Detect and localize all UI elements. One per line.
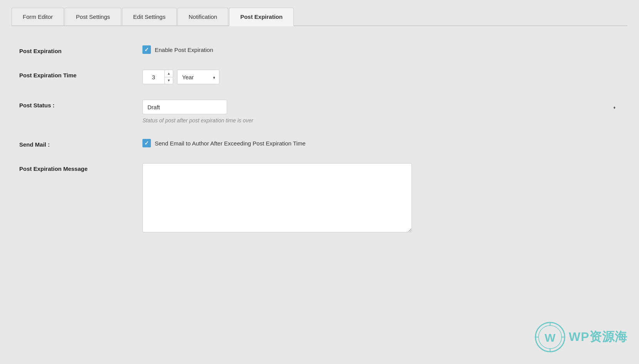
expiration-unit-select[interactable]: Day Week Month Year: [177, 70, 219, 84]
enable-post-expiration-checkbox-label: Enable Post Expiration: [155, 47, 213, 53]
tab-post-expiration[interactable]: Post Expiration: [229, 8, 294, 26]
post-status-select[interactable]: Draft Published Pending Private Trash: [142, 100, 227, 114]
svg-text:W: W: [545, 331, 556, 344]
post-expiration-time-label: Post Expiration Time: [19, 70, 142, 78]
enable-post-expiration-checkbox[interactable]: ✓: [142, 45, 151, 54]
tab-form-editor[interactable]: Form Editor: [12, 8, 64, 25]
spinbox-down-arrow[interactable]: ▼: [165, 77, 173, 84]
wp-logo-icon: W: [535, 322, 565, 352]
send-mail-checkbox-wrapper: ✓ Send Email to Author After Exceeding P…: [142, 139, 620, 147]
post-expiration-message-label: Post Expiration Message: [19, 163, 142, 172]
send-mail-checkbox[interactable]: ✓: [142, 139, 151, 147]
send-mail-label: Send Mail :: [19, 139, 142, 148]
post-status-select-wrapper: Draft Published Pending Private Trash: [142, 100, 620, 114]
form-content: Post Expiration ✓ Enable Post Expiration…: [12, 42, 627, 252]
post-expiration-time-row: Post Expiration Time 3 ▲ ▼ Day: [19, 70, 620, 84]
checkmark-icon: ✓: [144, 47, 149, 52]
page-container: Form Editor Post Settings Edit Settings …: [0, 0, 639, 364]
post-status-row: Post Status : Draft Published Pending Pr…: [19, 100, 620, 124]
time-inputs-row: 3 ▲ ▼ Day Week Month Year: [142, 70, 620, 84]
enable-post-expiration-wrapper: ✓ Enable Post Expiration: [142, 45, 620, 54]
spinbox-up-arrow[interactable]: ▲: [165, 70, 173, 77]
post-status-control: Draft Published Pending Private Trash St…: [142, 100, 620, 124]
post-expiration-label: Post Expiration: [19, 45, 142, 54]
wp-brand-text: WP资源海: [569, 329, 627, 346]
post-status-hint: Status of post after post expiration tim…: [142, 117, 620, 124]
spinbox-value: 3: [143, 74, 164, 80]
tab-edit-settings[interactable]: Edit Settings: [122, 8, 177, 25]
tab-notification[interactable]: Notification: [177, 8, 228, 25]
send-mail-checkmark-icon: ✓: [144, 140, 149, 146]
wp-text: WP资源海: [569, 329, 627, 346]
post-status-label: Post Status :: [19, 100, 142, 109]
post-expiration-message-row: Post Expiration Message: [19, 163, 620, 232]
tab-post-settings[interactable]: Post Settings: [65, 8, 121, 25]
post-expiration-message-control: [142, 163, 620, 232]
expiration-number-spinbox[interactable]: 3 ▲ ▼: [142, 70, 173, 84]
send-mail-checkbox-label: Send Email to Author After Exceeding Pos…: [155, 140, 306, 147]
send-mail-control: ✓ Send Email to Author After Exceeding P…: [142, 139, 620, 147]
expiration-unit-select-wrapper: Day Week Month Year: [177, 70, 219, 84]
post-expiration-control: ✓ Enable Post Expiration: [142, 45, 620, 54]
post-expiration-row: Post Expiration ✓ Enable Post Expiration: [19, 45, 620, 54]
tabs-container: Form Editor Post Settings Edit Settings …: [12, 8, 627, 26]
post-expiration-time-control: 3 ▲ ▼ Day Week Month Year: [142, 70, 620, 84]
wp-watermark: W WP资源海: [535, 322, 627, 352]
spinbox-arrows: ▲ ▼: [164, 70, 173, 84]
send-mail-row: Send Mail : ✓ Send Email to Author After…: [19, 139, 620, 148]
post-expiration-message-textarea[interactable]: [142, 163, 412, 232]
